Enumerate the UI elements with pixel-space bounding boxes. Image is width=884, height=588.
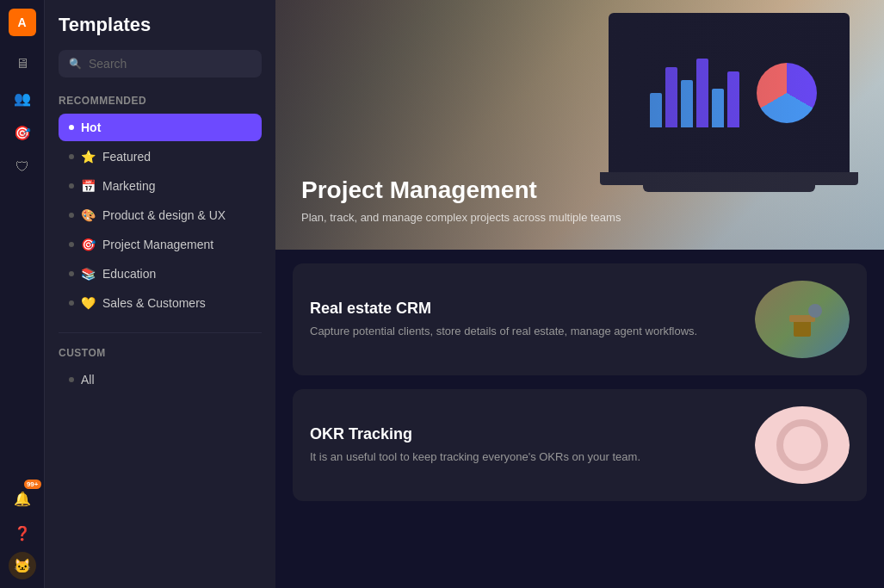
sidebar-title: Templates <box>59 14 262 36</box>
marketing-dot <box>69 183 74 189</box>
real-estate-thumb-image <box>755 281 850 358</box>
sidebar-item-hot[interactable]: Hot <box>59 114 262 141</box>
sidebar-item-marketing[interactable]: 📅 Marketing <box>59 172 262 200</box>
product-icon: 🎨 <box>81 208 96 222</box>
project-label: Project Management <box>102 238 213 251</box>
banner-description: Plan, track, and manage complex projects… <box>301 211 732 224</box>
sales-label: Sales & Customers <box>102 296 206 310</box>
notification-badge: 99+ <box>24 480 41 489</box>
hot-label: Hot <box>81 121 101 134</box>
hand-icon <box>776 294 828 345</box>
project-dot <box>69 242 74 247</box>
sidebar-item-sales[interactable]: 💛 Sales & Customers <box>59 289 262 317</box>
card-title-okr: OKR Tracking <box>310 425 741 443</box>
card-desc-real-estate: Capture potential clients, store details… <box>310 323 741 340</box>
product-dot <box>69 213 74 218</box>
product-label: Product & design & UX <box>102 208 226 222</box>
education-dot <box>69 271 74 276</box>
card-desc-okr: It is an useful tool to keep tracking ev… <box>310 449 741 466</box>
sidebar-item-all[interactable]: All <box>59 366 262 393</box>
okr-thumb-image <box>755 406 850 484</box>
all-label: All <box>81 373 95 387</box>
user-avatar-icon[interactable]: 🐱 <box>9 552 36 579</box>
education-label: Education <box>102 267 156 281</box>
featured-dot <box>69 154 74 159</box>
target-icon[interactable]: 🎯 <box>7 117 38 148</box>
okr-circle <box>776 419 828 471</box>
hot-dot <box>69 125 74 130</box>
project-icon: 🎯 <box>81 238 96 251</box>
sidebar-item-featured[interactable]: ⭐ Featured <box>59 143 262 170</box>
featured-icon: ⭐ <box>81 150 96 164</box>
monitor-icon[interactable]: 🖥 <box>7 48 38 79</box>
all-dot <box>69 377 74 382</box>
card-content-okr: OKR Tracking It is an useful tool to kee… <box>310 425 741 466</box>
app-avatar[interactable]: A <box>9 9 36 36</box>
marketing-icon: 📅 <box>81 179 96 193</box>
banner-content: Project Management Plan, track, and mana… <box>275 0 884 250</box>
template-card-okr[interactable]: OKR Tracking It is an useful tool to kee… <box>293 389 867 501</box>
banner-title: Project Management <box>301 176 858 204</box>
card-thumbnail-okr <box>755 406 850 484</box>
users-icon[interactable]: 👥 <box>7 83 38 114</box>
help-icon[interactable]: ❓ <box>7 517 38 548</box>
search-icon: 🔍 <box>69 58 82 70</box>
sales-icon: 💛 <box>81 296 96 310</box>
shield-icon[interactable]: 🛡 <box>7 152 38 183</box>
search-box[interactable]: 🔍 <box>59 50 262 77</box>
sidebar-item-education[interactable]: 📚 Education <box>59 260 262 288</box>
svg-point-2 <box>808 304 822 318</box>
icon-bar: A 🖥 👥 🎯 🛡 🔔 99+ ❓ 🐱 <box>0 0 45 588</box>
custom-label: Custom <box>59 347 262 359</box>
card-list: Real estate CRM Capture potential client… <box>275 250 884 529</box>
notification-wrapper: 🔔 99+ <box>7 483 38 514</box>
template-card-real-estate[interactable]: Real estate CRM Capture potential client… <box>293 263 867 375</box>
education-icon: 📚 <box>81 267 96 281</box>
search-input[interactable] <box>89 57 251 71</box>
sidebar: Templates 🔍 Recommended Hot ⭐ Featured 📅… <box>45 0 275 588</box>
card-title-real-estate: Real estate CRM <box>310 300 741 318</box>
recommended-label: Recommended <box>59 95 262 107</box>
main-content: Project Management Plan, track, and mana… <box>275 0 884 588</box>
card-thumbnail-real-estate <box>755 281 850 358</box>
featured-banner[interactable]: Project Management Plan, track, and mana… <box>275 0 884 250</box>
sales-dot <box>69 300 74 306</box>
marketing-label: Marketing <box>102 179 155 193</box>
sidebar-divider <box>59 332 262 333</box>
featured-label: Featured <box>102 150 151 164</box>
card-content-real-estate: Real estate CRM Capture potential client… <box>310 300 741 340</box>
sidebar-item-project[interactable]: 🎯 Project Management <box>59 231 262 258</box>
sidebar-item-product[interactable]: 🎨 Product & design & UX <box>59 201 262 229</box>
